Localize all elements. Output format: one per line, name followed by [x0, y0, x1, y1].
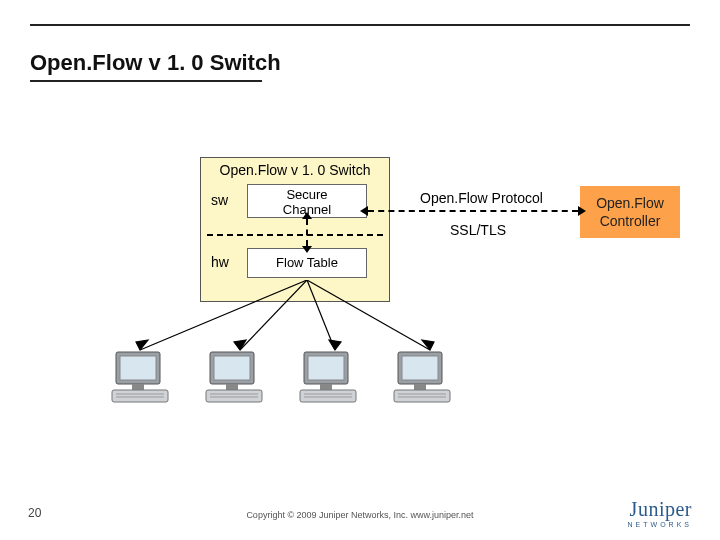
- svg-line-1: [240, 280, 307, 350]
- juniper-logo: Juniper NETWORKS: [628, 498, 692, 528]
- top-rule: [30, 24, 690, 26]
- svg-rect-17: [206, 390, 262, 402]
- hosts-row: [110, 350, 452, 406]
- computer-icon: [204, 350, 264, 406]
- hw-label: hw: [211, 254, 229, 270]
- svg-rect-28: [414, 384, 426, 390]
- switch-box-title: Open.Flow v 1. 0 Switch: [201, 162, 389, 178]
- flow-table-label: Flow Table: [276, 255, 338, 270]
- title-underline: [30, 80, 262, 82]
- svg-line-3: [307, 280, 430, 350]
- sw-label: sw: [211, 192, 228, 208]
- protocol-label: Open.Flow Protocol: [420, 190, 543, 206]
- svg-line-0: [140, 280, 307, 350]
- ssl-label: SSL/TLS: [450, 222, 506, 238]
- svg-marker-6: [329, 340, 341, 350]
- controller-line1: Open.Flow: [596, 195, 664, 211]
- controller-box: Open.Flow Controller: [580, 186, 680, 238]
- svg-rect-22: [320, 384, 332, 390]
- sw-hw-divider: [207, 234, 383, 236]
- svg-rect-16: [226, 384, 238, 390]
- page-title: Open.Flow v 1. 0 Switch: [30, 50, 281, 76]
- svg-marker-4: [136, 340, 148, 350]
- svg-rect-29: [394, 390, 450, 402]
- computer-icon: [392, 350, 452, 406]
- copyright: Copyright © 2009 Juniper Networks, Inc. …: [0, 510, 720, 520]
- svg-rect-27: [402, 356, 438, 380]
- logo-brand: Juniper: [628, 498, 692, 521]
- svg-rect-10: [132, 384, 144, 390]
- controller-line2: Controller: [600, 213, 661, 229]
- logo-sub: NETWORKS: [628, 521, 692, 528]
- svg-rect-21: [308, 356, 344, 380]
- svg-rect-9: [120, 356, 156, 380]
- svg-rect-23: [300, 390, 356, 402]
- computer-icon: [110, 350, 170, 406]
- computer-icon: [298, 350, 358, 406]
- secure-to-flowtable-link: [306, 219, 308, 246]
- svg-rect-11: [112, 390, 168, 402]
- svg-rect-15: [214, 356, 250, 380]
- secure-to-controller-link: [368, 210, 578, 212]
- svg-line-2: [307, 280, 335, 350]
